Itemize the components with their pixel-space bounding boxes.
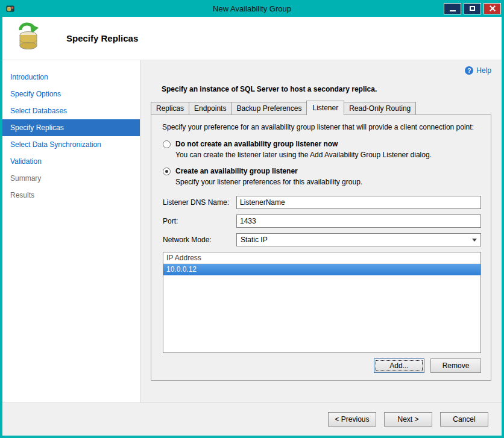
sidebar-item-introduction[interactable]: Introduction [2,69,140,86]
body-row: Introduction Specify Options Select Data… [2,60,502,402]
port-row: Port: [163,214,481,228]
network-mode-select[interactable]: Static IP [236,233,481,246]
main-content: ? Help Specify an instance of SQL Server… [140,60,502,402]
close-icon [490,5,496,11]
radio-create-listener-label[interactable]: Create an availability group listener [175,167,298,175]
remove-button[interactable]: Remove [430,358,481,373]
dns-name-input[interactable] [236,196,481,209]
window-icon[interactable] [5,4,15,13]
ip-address-row[interactable]: 10.0.0.12 [163,264,480,275]
instruction-text: Specify an instance of SQL Server to hos… [162,85,491,93]
radio-create-listener-description: Specify your listener preferences for th… [175,178,481,186]
listener-tab-panel: Specify your preference for an availabil… [151,114,491,381]
radio-create-listener-icon[interactable] [163,167,171,175]
maximize-button[interactable] [464,3,481,14]
add-button[interactable]: Add... [374,358,424,373]
tab-read-only-routing[interactable]: Read-Only Routing [344,102,416,114]
radio-no-listener-description: You can create the listener later using … [175,151,481,159]
dialog-frame: Specify Replicas Introduction Specify Op… [2,17,502,436]
minimize-icon [450,10,456,11]
sidebar-item-select-data-synchronization[interactable]: Select Data Synchronization [2,136,140,153]
sidebar-item-summary: Summary [2,170,140,187]
sidebar-item-specify-options[interactable]: Specify Options [2,86,140,102]
wizard-footer: < Previous Next > Cancel [2,402,502,436]
maximize-icon [470,6,475,11]
help-link[interactable]: ? Help [151,60,491,75]
wizard-header: Specify Replicas [2,17,502,60]
minimize-button[interactable] [444,3,461,14]
tab-replicas[interactable]: Replicas [151,102,189,114]
radio-no-listener[interactable]: Do not create an availability group list… [163,140,481,148]
chevron-down-icon [472,239,477,242]
radio-no-listener-icon[interactable] [163,140,171,148]
sidebar-item-select-databases[interactable]: Select Databases [2,102,140,119]
sidebar-item-specify-replicas[interactable]: Specify Replicas [2,119,140,136]
radio-create-listener[interactable]: Create an availability group listener [163,167,481,175]
previous-button[interactable]: < Previous [328,412,376,427]
listener-preference-text: Specify your preference for an availabil… [162,123,481,131]
tab-endpoints[interactable]: Endpoints [189,102,232,114]
port-label: Port: [163,217,236,225]
window-controls [444,3,501,14]
network-mode-value: Static IP [241,236,268,244]
cancel-button[interactable]: Cancel [440,412,488,427]
page-title: Specify Replicas [66,33,138,43]
tab-strip: Replicas Endpoints Backup Preferences Li… [151,101,491,114]
wizard-sidebar: Introduction Specify Options Select Data… [2,60,140,402]
port-input[interactable] [236,214,481,228]
ip-list-buttons: Add... Remove [161,358,481,373]
ip-address-column-header: IP Address [163,252,480,264]
sidebar-item-validation[interactable]: Validation [2,153,140,170]
next-button[interactable]: Next > [384,412,432,427]
network-mode-label: Network Mode: [163,236,236,244]
network-mode-row: Network Mode: Static IP [163,233,481,246]
help-label: Help [476,66,491,75]
dns-name-label: Listener DNS Name: [163,198,236,207]
radio-no-listener-label[interactable]: Do not create an availability group list… [175,140,338,148]
ip-address-list: IP Address 10.0.0.12 [163,252,481,353]
tab-backup-preferences[interactable]: Backup Preferences [231,102,307,114]
close-button[interactable] [484,3,501,14]
window-title: New Availability Group [0,4,504,13]
replicas-database-icon [16,22,46,55]
sidebar-item-results: Results [2,187,140,204]
dns-name-row: Listener DNS Name: [163,196,481,209]
titlebar: New Availability Group [0,0,504,17]
tab-listener[interactable]: Listener [306,101,344,115]
help-icon: ? [465,66,473,75]
dialog-window: New Availability Group Specify Replicas [0,0,504,438]
